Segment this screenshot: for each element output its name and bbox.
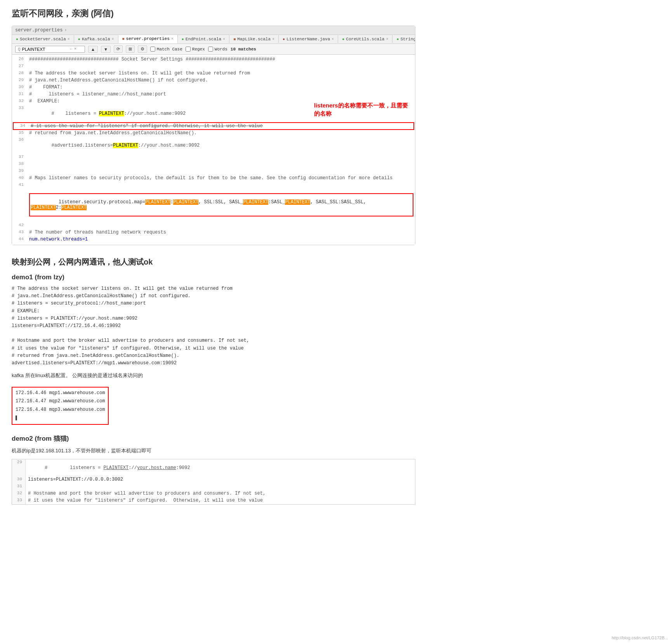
demo1-line5: # listeners = PLAINTEXT://your.host.name… xyxy=(12,315,415,322)
tab-listenername[interactable]: ● ListenerName.java × xyxy=(279,35,338,43)
line41-hl5: PLAINTEXT xyxy=(31,205,56,210)
line41-hl3: PLAINTEXT xyxy=(243,199,268,205)
search-filter-button[interactable]: ⚙ xyxy=(138,45,147,53)
tab-close-maplike[interactable]: × xyxy=(272,37,274,42)
search-clear-icon[interactable]: ← xyxy=(70,47,73,51)
line36-prefix: #advertised.listeners= xyxy=(52,143,113,148)
line-num-32: 32 xyxy=(12,98,28,103)
line41-hl6: PLAINTEXT xyxy=(61,205,87,210)
tab-socketserver[interactable]: ● SocketServer.scala × xyxy=(12,35,74,43)
tab-coreutils[interactable]: ● CoreUtils.scala × xyxy=(338,35,392,43)
line-num-40: 40 xyxy=(12,175,28,180)
line41-sep2: , SSL:SSL, SASL_ xyxy=(198,199,243,205)
line33-prefix: # listeners = xyxy=(52,111,99,116)
regex-group: Regex xyxy=(186,47,205,52)
match-count: 10 matches xyxy=(231,47,256,52)
demo1-line7 xyxy=(12,330,415,337)
regex-checkbox[interactable] xyxy=(186,47,191,52)
search-refresh-button[interactable]: ⟳ xyxy=(114,45,123,53)
demo1-line9: # it uses the value for "listeners" if c… xyxy=(12,345,415,352)
tab-icon-green5: ● xyxy=(396,37,399,42)
demo1-line10: # returned from java.net.InetAddress.get… xyxy=(12,352,415,360)
tab-kafka[interactable]: ● Kafka.scala × xyxy=(74,35,118,43)
line-content-38 xyxy=(28,161,415,162)
search-expand-button[interactable]: ⊞ xyxy=(126,45,135,53)
line-content-37 xyxy=(28,154,415,155)
line-content-39 xyxy=(28,168,415,169)
line-num-33: 33 xyxy=(12,105,28,110)
line-num-42: 42 xyxy=(12,222,28,227)
line-num-31: 31 xyxy=(12,91,28,96)
demo2-29-prefix: # listeners = xyxy=(45,465,103,471)
tab-icon-orange: ■ xyxy=(122,37,125,41)
search-next-button[interactable]: ▼ xyxy=(101,46,111,53)
code-line-31: 31 # listeners = listener_name://host_na… xyxy=(12,91,415,98)
tab-label-coreutils: CoreUtils.scala xyxy=(346,37,384,42)
demo2-line31: 31 xyxy=(12,483,415,490)
code-line-41: 41 listener.security.protocol.map=PLAINT… xyxy=(12,182,415,222)
tab-close-server[interactable]: × xyxy=(171,37,174,41)
ide-tabs: ● SocketServer.scala × ● Kafka.scala × ■… xyxy=(12,35,415,44)
line41-hl2: PLAINTEXT xyxy=(173,199,198,205)
demo2-line32: 32 # Hostname and port the broker will a… xyxy=(12,490,415,497)
config-line3: 172.16.4.48 mqp3.wwwarehouse.com xyxy=(16,406,105,414)
line-num-34: 34 xyxy=(14,123,29,128)
code-line-28: 28 # The address the socket server liste… xyxy=(12,70,415,77)
demo1-line6: listeners=PLAINTEXT://172.16.4.46:19092 xyxy=(12,322,415,330)
demo1-line3: # listeners = security_protocol://host_n… xyxy=(12,300,415,307)
demo2-num-31: 31 xyxy=(12,483,26,490)
demo1-line4: # EXAMPLE: xyxy=(12,308,415,315)
line-num-29: 29 xyxy=(12,77,28,82)
code-line-33: 33 # listeners = PLAINTEXT://your.host.n… xyxy=(12,105,415,122)
line-content-30: # FORMAT: xyxy=(28,84,415,90)
annotation-text: listeners的名称需要不一致，且需要的名称 xyxy=(314,102,408,117)
code-line-35: 35 # returned from java.net.InetAddress.… xyxy=(12,130,415,137)
tab-close-kafka[interactable]: × xyxy=(112,37,114,42)
section2-heading: 映射到公网，公网内网通讯，他人测试ok xyxy=(12,257,415,267)
tab-server-properties[interactable]: ■ server.properties × xyxy=(118,35,178,43)
words-checkbox[interactable] xyxy=(208,47,213,52)
line33-suffix: ://your.host.name:9092 xyxy=(124,111,186,116)
demo2-num-30: 30 xyxy=(12,476,26,483)
line-content-28: # The address the socket server listens … xyxy=(28,70,415,76)
match-case-group: Match Case xyxy=(150,47,182,52)
line41-sep3: :SASL_ xyxy=(268,199,285,205)
line41-sep4: , SASL_SSL:SASL_SSL, xyxy=(310,199,369,205)
tab-string[interactable]: ● String.java × xyxy=(392,35,415,43)
ide-title: server.properties xyxy=(15,28,63,33)
demo1-line11: advertised.listeners=PLAINTEXT://mqp1.ww… xyxy=(12,360,415,367)
demo2-heading: demo2 (from 猫猫) xyxy=(12,434,415,443)
search-prev-button[interactable]: ▲ xyxy=(88,46,98,53)
tab-close-endpoint[interactable]: × xyxy=(223,37,225,42)
code-area: 26 ################################ Sock… xyxy=(12,55,415,245)
search-box[interactable]: Q ← × xyxy=(15,46,85,53)
tab-close-coreutils[interactable]: × xyxy=(386,37,388,42)
line-num-43: 43 xyxy=(12,229,28,234)
config-line2: 172.16.4.47 mqp2.wwwarehouse.com xyxy=(16,397,105,406)
tab-endpoint[interactable]: ● EndPoint.scala × xyxy=(178,35,229,43)
tab-maplike[interactable]: ■ MapLike.scala × xyxy=(229,35,279,43)
line-content-41: listener.security.protocol.map=PLAINTEXT… xyxy=(28,182,415,222)
line-content-40: # Maps listener names to security protoc… xyxy=(28,175,415,181)
search-close-icon[interactable]: × xyxy=(74,47,76,51)
line-num-36: 36 xyxy=(12,137,28,142)
search-input[interactable] xyxy=(22,47,69,52)
demo1-heading: demo1 (from lzy) xyxy=(12,274,415,281)
tab-close-socketserver[interactable]: × xyxy=(68,37,70,42)
ide-titlebar: server.properties › xyxy=(12,26,415,35)
match-case-label: Match Case xyxy=(157,47,182,52)
tab-icon-green: ● xyxy=(16,37,18,42)
line-content-29: # java.net.InetAddress.getCanonicalHostN… xyxy=(28,77,415,83)
tab-label-endpoint: EndPoint.scala xyxy=(186,37,221,42)
kafka-note: kafka 所在linux机器配置。 公网连接的是通过域名来访问的 xyxy=(12,372,415,380)
tab-icon-green2: ● xyxy=(78,37,80,42)
tab-close-listenername[interactable]: × xyxy=(332,37,334,42)
demo2-line30: 30 listeners=PLAINTEXT://0.0.0.0:3002 xyxy=(12,476,415,483)
code-line-29: 29 # java.net.InetAddress.getCanonicalHo… xyxy=(12,77,415,84)
main-heading: 监听不同网段，亲测 (阿信) xyxy=(12,8,415,19)
config-box: 172.16.4.46 mqp1.wwwarehouse.com 172.16.… xyxy=(12,387,109,425)
search-icon: Q xyxy=(18,47,21,52)
demo2-num-33: 33 xyxy=(12,497,26,504)
tab-icon-green3: ● xyxy=(182,37,184,42)
match-case-checkbox[interactable] xyxy=(150,47,155,52)
